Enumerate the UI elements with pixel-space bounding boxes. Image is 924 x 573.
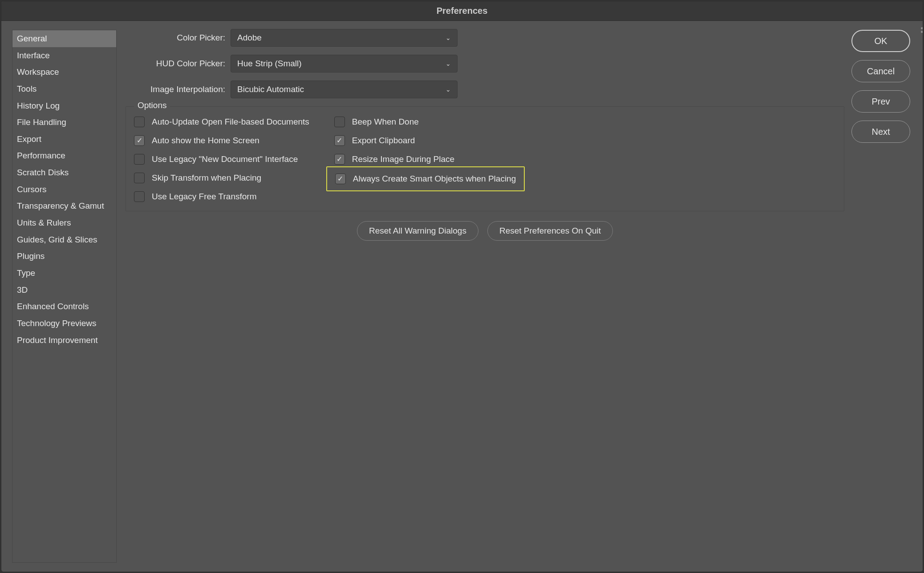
options-col-right: Beep When DoneExport ClipboardResize Ima… [334,117,517,202]
sidebar-item-transparency-gamut[interactable]: Transparency & Gamut [12,198,116,214]
select-value: Hue Strip (Small) [237,59,302,69]
options-columns: Auto-Update Open File-based DocumentsAut… [134,117,836,202]
option-left-1[interactable]: Auto show the Home Screen [134,135,309,146]
option-label: Export Clipboard [352,136,415,145]
ok-button[interactable]: OK [851,30,910,52]
label-hud-color-picker: HUD Color Picker: [126,59,231,69]
option-label: Always Create Smart Objects when Placing [353,174,516,184]
checkbox-icon[interactable] [335,174,346,184]
checkbox-icon[interactable] [334,117,345,127]
label-image-interpolation: Image Interpolation: [126,85,231,94]
sidebar-item-tools[interactable]: Tools [12,81,116,97]
next-button[interactable]: Next [851,121,910,143]
option-label: Skip Transform when Placing [152,173,261,183]
label-color-picker: Color Picker: [126,33,231,43]
select-hud-color-picker[interactable]: Hue Strip (Small) ⌄ [231,55,458,73]
sidebar-item-scratch-disks[interactable]: Scratch Disks [12,164,116,181]
row-color-picker: Color Picker: Adobe ⌄ [126,29,844,47]
chevron-down-icon: ⌄ [446,34,451,41]
option-left-4[interactable]: Use Legacy Free Transform [134,191,309,202]
checkbox-icon[interactable] [134,117,145,127]
select-value: Bicubic Automatic [237,85,304,94]
checkbox-icon[interactable] [134,191,145,202]
row-hud-color-picker: HUD Color Picker: Hue Strip (Small) ⌄ [126,55,844,73]
side-buttons: OK Cancel Prev Next [851,21,923,572]
main-panel: Color Picker: Adobe ⌄ HUD Color Picker: … [117,21,851,572]
select-color-picker[interactable]: Adobe ⌄ [231,29,458,47]
sidebar-item-type[interactable]: Type [12,265,116,282]
option-label: Auto-Update Open File-based Documents [152,117,309,127]
checkbox-icon[interactable] [334,154,345,165]
dialog-body: GeneralInterfaceWorkspaceToolsHistory Lo… [1,21,923,572]
option-right-2[interactable]: Resize Image During Place [334,154,517,165]
reset-prefs-button[interactable]: Reset Preferences On Quit [487,221,613,241]
row-image-interpolation: Image Interpolation: Bicubic Automatic ⌄ [126,81,844,98]
sidebar-item-performance[interactable]: Performance [12,147,116,164]
sidebar-item-workspace[interactable]: Workspace [12,64,116,81]
options-legend: Options [134,101,170,110]
dialog-titlebar: Preferences [1,1,923,21]
sidebar-item-interface[interactable]: Interface [12,47,116,64]
option-label: Use Legacy "New Document" Interface [152,154,298,164]
select-image-interpolation[interactable]: Bicubic Automatic ⌄ [231,81,458,98]
checkbox-icon[interactable] [134,135,145,146]
prev-button[interactable]: Prev [851,90,910,113]
option-label: Beep When Done [352,117,419,127]
bottom-actions: Reset All Warning Dialogs Reset Preferen… [126,221,844,241]
sidebar-item-general[interactable]: General [12,30,116,47]
chevron-down-icon: ⌄ [446,60,451,67]
chevron-down-icon: ⌄ [446,86,451,93]
sidebar-item-technology-previews[interactable]: Technology Previews [12,315,116,332]
checkbox-icon[interactable] [334,135,345,146]
checkbox-icon[interactable] [134,173,145,183]
edge-indicator [921,27,923,35]
options-fieldset: Options Auto-Update Open File-based Docu… [126,106,844,211]
sidebar-item-units-rulers[interactable]: Units & Rulers [12,214,116,231]
option-label: Resize Image During Place [352,154,454,164]
sidebar-item-history-log[interactable]: History Log [12,97,116,114]
option-left-3[interactable]: Skip Transform when Placing [134,173,309,183]
sidebar-item-product-improvement[interactable]: Product Improvement [12,332,116,349]
option-right-3[interactable]: Always Create Smart Objects when Placing [326,166,525,191]
sidebar-item-file-handling[interactable]: File Handling [12,114,116,131]
sidebar-item-3d[interactable]: 3D [12,282,116,299]
sidebar-item-cursors[interactable]: Cursors [12,181,116,198]
option-label: Use Legacy Free Transform [152,192,256,202]
option-right-0[interactable]: Beep When Done [334,117,517,127]
dialog-title: Preferences [437,6,488,16]
sidebar-item-guides-grid-slices[interactable]: Guides, Grid & Slices [12,231,116,248]
options-col-left: Auto-Update Open File-based DocumentsAut… [134,117,309,202]
option-left-2[interactable]: Use Legacy "New Document" Interface [134,154,309,165]
sidebar-item-export[interactable]: Export [12,131,116,148]
preferences-dialog: Preferences GeneralInterfaceWorkspaceToo… [1,1,923,572]
select-value: Adobe [237,33,262,43]
option-left-0[interactable]: Auto-Update Open File-based Documents [134,117,309,127]
reset-warnings-button[interactable]: Reset All Warning Dialogs [357,221,478,241]
checkbox-icon[interactable] [134,154,145,165]
sidebar-item-enhanced-controls[interactable]: Enhanced Controls [12,298,116,315]
sidebar-item-plugins[interactable]: Plugins [12,248,116,265]
category-sidebar: GeneralInterfaceWorkspaceToolsHistory Lo… [12,30,117,563]
option-label: Auto show the Home Screen [152,136,259,145]
option-right-1[interactable]: Export Clipboard [334,135,517,146]
cancel-button[interactable]: Cancel [851,60,910,82]
